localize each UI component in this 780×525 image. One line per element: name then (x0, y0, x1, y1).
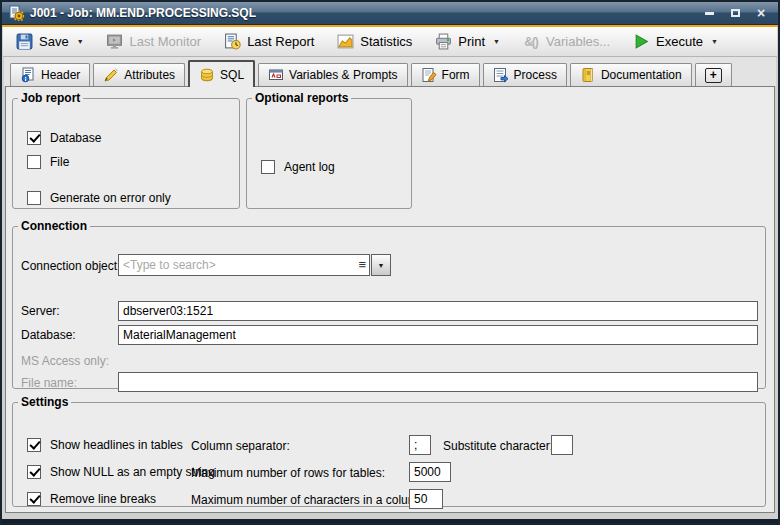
server-label: Server: (21, 304, 60, 318)
documentation-tab-icon (580, 67, 596, 83)
execute-label: Execute (656, 34, 703, 49)
max-rows-input[interactable] (409, 462, 451, 482)
execute-icon (632, 33, 650, 51)
show-null-checkbox[interactable] (27, 465, 41, 479)
window-controls: × (702, 7, 772, 19)
close-icon[interactable]: × (754, 7, 768, 19)
file-option[interactable]: File (27, 155, 69, 169)
agent-log-option[interactable]: Agent log (261, 160, 335, 174)
tab-form[interactable]: Form (411, 63, 480, 86)
titlebar[interactable]: J001 - Job: MM.END.PROCESSING.SQL × (2, 2, 778, 24)
connection-object-label: Connection object: (21, 259, 120, 273)
last-report-button[interactable]: Last Report (219, 31, 318, 53)
tab-header[interactable]: Header (10, 63, 90, 86)
server-input[interactable] (118, 301, 758, 321)
tab-documentation-label: Documentation (601, 68, 682, 82)
maximize-icon[interactable] (728, 7, 742, 19)
save-dropdown-caret[interactable]: ▼ (77, 38, 84, 45)
execute-dropdown-caret[interactable]: ▼ (711, 38, 718, 45)
execute-button[interactable]: Execute ▼ (628, 31, 722, 53)
agent-log-checkbox[interactable] (261, 160, 275, 174)
column-separator-input[interactable] (409, 435, 431, 455)
tab-variables-prompts[interactable]: Variables & Prompts (258, 63, 408, 86)
print-icon (434, 33, 452, 51)
tab-header-label: Header (41, 68, 80, 82)
database-label: Database: (21, 328, 76, 342)
tab-form-label: Form (442, 68, 470, 82)
database-checkbox-label: Database (50, 131, 101, 145)
add-tab-icon: + (705, 68, 722, 83)
minimize-icon[interactable] (702, 7, 716, 19)
generate-on-error-option[interactable]: Generate on error only (27, 191, 171, 205)
remove-line-breaks-option[interactable]: Remove line breaks (27, 492, 156, 506)
agent-log-checkbox-label: Agent log (284, 160, 335, 174)
settings-row-linebreaks: Remove line breaks Maximum number of cha… (21, 489, 761, 511)
window-title: J001 - Job: MM.END.PROCESSING.SQL (30, 6, 256, 20)
optional-reports-group: Optional reports Agent log (246, 91, 412, 209)
show-headlines-option[interactable]: Show headlines in tables (27, 438, 183, 452)
save-button[interactable]: Save ▼ (11, 31, 88, 53)
generate-on-error-checkbox-label: Generate on error only (50, 191, 171, 205)
show-headlines-checkbox-label: Show headlines in tables (50, 438, 183, 452)
save-label: Save (39, 34, 69, 49)
statistics-icon (336, 33, 354, 51)
settings-group: Settings Show headlines in tables Column… (12, 395, 766, 507)
print-label: Print (458, 34, 485, 49)
connection-object-input[interactable] (118, 254, 370, 276)
save-icon (15, 33, 33, 51)
last-monitor-label: Last Monitor (130, 34, 202, 49)
settings-title: Settings (18, 395, 71, 409)
variables-prompts-tab-icon (268, 67, 284, 83)
tab-process-label: Process (514, 68, 557, 82)
tab-documentation[interactable]: Documentation (570, 63, 692, 86)
sql-tab-icon (199, 67, 215, 83)
variables-icon: &() (522, 33, 540, 51)
job-report-group: Job report Database File Generate on err… (12, 91, 240, 209)
tab-sql[interactable]: SQL (188, 60, 255, 87)
print-dropdown-caret[interactable]: ▼ (493, 38, 500, 45)
connection-object-dropdown-button[interactable]: ▼ (371, 254, 391, 276)
database-input[interactable] (118, 325, 758, 345)
substitute-character-label: Substitute character: (443, 439, 553, 453)
file-name-input (118, 372, 758, 392)
database-option[interactable]: Database (27, 131, 101, 145)
statistics-button[interactable]: Statistics (332, 31, 416, 53)
header-tab-icon (20, 67, 36, 83)
remove-line-breaks-checkbox-label: Remove line breaks (50, 492, 156, 506)
job-report-title: Job report (18, 91, 83, 105)
connection-object-combo: ≡ ▼ (118, 254, 391, 276)
statistics-label: Statistics (360, 34, 412, 49)
sql-tab-panel: Job report Database File Generate on err… (5, 86, 775, 513)
show-headlines-checkbox[interactable] (27, 438, 41, 452)
max-rows-label: Maximum number of rows for tables: (191, 466, 385, 480)
optional-reports-title: Optional reports (252, 91, 351, 105)
max-chars-label: Maximum number of characters in a column… (191, 493, 428, 507)
max-chars-input[interactable] (409, 489, 443, 509)
print-button[interactable]: Print ▼ (430, 31, 504, 53)
monitor-icon (106, 33, 124, 51)
remove-line-breaks-checkbox[interactable] (27, 492, 41, 506)
tab-sql-label: SQL (220, 68, 244, 82)
job-object-icon (8, 5, 24, 21)
process-tab-icon (493, 67, 509, 83)
substitute-character-input[interactable] (551, 435, 573, 455)
tab-variables-prompts-label: Variables & Prompts (289, 68, 398, 82)
file-checkbox-label: File (50, 155, 69, 169)
tab-process[interactable]: Process (483, 63, 567, 86)
database-checkbox[interactable] (27, 131, 41, 145)
variables-button: &() Variables... (518, 31, 614, 53)
connection-title: Connection (18, 219, 90, 233)
last-monitor-button: Last Monitor (102, 31, 206, 53)
job-editor-window: J001 - Job: MM.END.PROCESSING.SQL × Save… (0, 0, 780, 525)
settings-row-null: Show NULL as an empty string Maximum num… (21, 462, 761, 484)
tab-add[interactable]: + (695, 63, 732, 86)
ms-access-only-label: MS Access only: (21, 354, 109, 368)
object-list-icon: ≡ (358, 257, 366, 272)
tab-attributes[interactable]: Attributes (93, 63, 185, 86)
generate-on-error-checkbox[interactable] (27, 191, 41, 205)
attributes-tab-icon (103, 67, 119, 83)
file-checkbox[interactable] (27, 155, 41, 169)
variables-label: Variables... (546, 34, 610, 49)
settings-row-headlines: Show headlines in tables Column separato… (21, 435, 761, 457)
show-null-option[interactable]: Show NULL as an empty string (27, 465, 215, 479)
